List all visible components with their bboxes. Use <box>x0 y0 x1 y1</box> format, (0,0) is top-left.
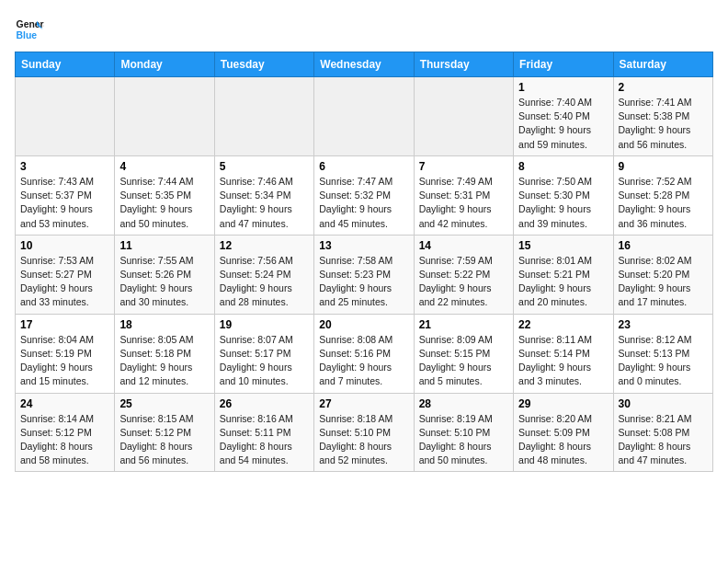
day-number: 19 <box>220 318 309 331</box>
day-info: Sunrise: 7:52 AMSunset: 5:28 PMDaylight:… <box>619 175 708 231</box>
logo: General Blue <box>15 15 44 44</box>
day-number: 4 <box>119 160 209 173</box>
day-info: Sunrise: 8:11 AMSunset: 5:14 PMDaylight:… <box>518 333 608 389</box>
day-cell <box>115 77 214 156</box>
day-number: 3 <box>20 160 109 173</box>
day-cell: 25Sunrise: 8:15 AMSunset: 5:12 PMDayligh… <box>115 393 214 472</box>
day-cell: 27Sunrise: 8:18 AMSunset: 5:10 PMDayligh… <box>314 393 414 472</box>
day-cell: 29Sunrise: 8:20 AMSunset: 5:09 PMDayligh… <box>514 393 613 472</box>
day-cell: 12Sunrise: 7:56 AMSunset: 5:24 PMDayligh… <box>214 235 313 314</box>
page-header: General Blue <box>15 15 713 44</box>
calendar-header-row: SundayMondayTuesdayWednesdayThursdayFrid… <box>16 52 713 77</box>
day-info: Sunrise: 7:43 AMSunset: 5:37 PMDaylight:… <box>20 175 109 231</box>
day-info: Sunrise: 8:20 AMSunset: 5:09 PMDaylight:… <box>518 412 608 468</box>
day-number: 18 <box>119 318 209 331</box>
day-cell: 26Sunrise: 8:16 AMSunset: 5:11 PMDayligh… <box>214 393 313 472</box>
day-cell: 20Sunrise: 8:08 AMSunset: 5:16 PMDayligh… <box>314 314 414 393</box>
day-info: Sunrise: 7:53 AMSunset: 5:27 PMDaylight:… <box>20 254 109 310</box>
day-number: 15 <box>518 239 608 252</box>
day-number: 2 <box>619 81 708 94</box>
day-info: Sunrise: 7:41 AMSunset: 5:38 PMDaylight:… <box>619 96 708 152</box>
day-cell: 3Sunrise: 7:43 AMSunset: 5:37 PMDaylight… <box>16 155 115 235</box>
day-info: Sunrise: 8:16 AMSunset: 5:11 PMDaylight:… <box>220 412 309 468</box>
day-number: 8 <box>518 160 608 173</box>
day-info: Sunrise: 8:04 AMSunset: 5:19 PMDaylight:… <box>20 333 109 389</box>
day-number: 7 <box>419 160 508 173</box>
col-header-sunday: Sunday <box>16 52 115 77</box>
logo-icon: General Blue <box>15 15 44 44</box>
day-info: Sunrise: 7:40 AMSunset: 5:40 PMDaylight:… <box>518 96 608 152</box>
day-info: Sunrise: 8:05 AMSunset: 5:18 PMDaylight:… <box>119 333 209 389</box>
day-cell: 4Sunrise: 7:44 AMSunset: 5:35 PMDaylight… <box>115 155 214 235</box>
day-number: 14 <box>419 239 508 252</box>
day-number: 16 <box>619 239 708 252</box>
day-number: 24 <box>20 397 109 410</box>
col-header-monday: Monday <box>115 52 214 77</box>
day-info: Sunrise: 8:21 AMSunset: 5:08 PMDaylight:… <box>619 412 708 468</box>
day-info: Sunrise: 8:14 AMSunset: 5:12 PMDaylight:… <box>20 412 109 468</box>
day-info: Sunrise: 8:02 AMSunset: 5:20 PMDaylight:… <box>619 254 708 310</box>
week-row-1: 3Sunrise: 7:43 AMSunset: 5:37 PMDaylight… <box>16 155 713 235</box>
day-info: Sunrise: 7:47 AMSunset: 5:32 PMDaylight:… <box>319 175 408 231</box>
day-number: 22 <box>518 318 608 331</box>
day-number: 11 <box>119 239 209 252</box>
day-number: 10 <box>20 239 109 252</box>
day-number: 21 <box>419 318 508 331</box>
day-cell: 15Sunrise: 8:01 AMSunset: 5:21 PMDayligh… <box>514 235 613 314</box>
day-info: Sunrise: 8:01 AMSunset: 5:21 PMDaylight:… <box>518 254 608 310</box>
day-info: Sunrise: 8:18 AMSunset: 5:10 PMDaylight:… <box>319 412 408 468</box>
day-number: 17 <box>20 318 109 331</box>
day-info: Sunrise: 7:55 AMSunset: 5:26 PMDaylight:… <box>119 254 209 310</box>
day-number: 27 <box>319 397 408 410</box>
day-cell: 28Sunrise: 8:19 AMSunset: 5:10 PMDayligh… <box>414 393 513 472</box>
day-cell: 10Sunrise: 7:53 AMSunset: 5:27 PMDayligh… <box>16 235 115 314</box>
day-info: Sunrise: 7:46 AMSunset: 5:34 PMDaylight:… <box>220 175 309 231</box>
day-number: 25 <box>119 397 209 410</box>
day-info: Sunrise: 7:59 AMSunset: 5:22 PMDaylight:… <box>419 254 508 310</box>
day-number: 23 <box>619 318 708 331</box>
day-cell: 6Sunrise: 7:47 AMSunset: 5:32 PMDaylight… <box>314 155 414 235</box>
day-info: Sunrise: 8:09 AMSunset: 5:15 PMDaylight:… <box>419 333 508 389</box>
day-number: 1 <box>518 81 608 94</box>
day-cell: 9Sunrise: 7:52 AMSunset: 5:28 PMDaylight… <box>613 155 712 235</box>
day-info: Sunrise: 8:19 AMSunset: 5:10 PMDaylight:… <box>419 412 508 468</box>
day-cell: 13Sunrise: 7:58 AMSunset: 5:23 PMDayligh… <box>314 235 414 314</box>
day-cell <box>414 77 513 156</box>
col-header-tuesday: Tuesday <box>214 52 313 77</box>
day-cell <box>314 77 414 156</box>
day-cell: 7Sunrise: 7:49 AMSunset: 5:31 PMDaylight… <box>414 155 513 235</box>
day-info: Sunrise: 7:49 AMSunset: 5:31 PMDaylight:… <box>419 175 508 231</box>
calendar-table: SundayMondayTuesdayWednesdayThursdayFrid… <box>15 52 713 472</box>
day-cell: 16Sunrise: 8:02 AMSunset: 5:20 PMDayligh… <box>613 235 712 314</box>
week-row-0: 1Sunrise: 7:40 AMSunset: 5:40 PMDaylight… <box>16 77 713 156</box>
day-number: 12 <box>220 239 309 252</box>
day-cell: 5Sunrise: 7:46 AMSunset: 5:34 PMDaylight… <box>214 155 313 235</box>
day-info: Sunrise: 8:08 AMSunset: 5:16 PMDaylight:… <box>319 333 408 389</box>
day-cell: 23Sunrise: 8:12 AMSunset: 5:13 PMDayligh… <box>613 314 712 393</box>
day-number: 13 <box>319 239 408 252</box>
day-number: 9 <box>619 160 708 173</box>
day-cell: 8Sunrise: 7:50 AMSunset: 5:30 PMDaylight… <box>514 155 613 235</box>
day-number: 28 <box>419 397 508 410</box>
svg-text:General: General <box>17 19 44 29</box>
col-header-thursday: Thursday <box>414 52 513 77</box>
day-number: 26 <box>220 397 309 410</box>
day-cell: 2Sunrise: 7:41 AMSunset: 5:38 PMDaylight… <box>613 77 712 156</box>
day-cell: 24Sunrise: 8:14 AMSunset: 5:12 PMDayligh… <box>16 393 115 472</box>
day-number: 6 <box>319 160 408 173</box>
col-header-friday: Friday <box>514 52 613 77</box>
day-cell: 19Sunrise: 8:07 AMSunset: 5:17 PMDayligh… <box>214 314 313 393</box>
day-cell <box>214 77 313 156</box>
day-info: Sunrise: 8:15 AMSunset: 5:12 PMDaylight:… <box>119 412 209 468</box>
week-row-3: 17Sunrise: 8:04 AMSunset: 5:19 PMDayligh… <box>16 314 713 393</box>
col-header-saturday: Saturday <box>613 52 712 77</box>
day-info: Sunrise: 8:12 AMSunset: 5:13 PMDaylight:… <box>619 333 708 389</box>
day-info: Sunrise: 7:50 AMSunset: 5:30 PMDaylight:… <box>518 175 608 231</box>
week-row-4: 24Sunrise: 8:14 AMSunset: 5:12 PMDayligh… <box>16 393 713 472</box>
day-cell: 17Sunrise: 8:04 AMSunset: 5:19 PMDayligh… <box>16 314 115 393</box>
day-number: 20 <box>319 318 408 331</box>
col-header-wednesday: Wednesday <box>314 52 414 77</box>
day-info: Sunrise: 8:07 AMSunset: 5:17 PMDaylight:… <box>220 333 309 389</box>
day-cell: 22Sunrise: 8:11 AMSunset: 5:14 PMDayligh… <box>514 314 613 393</box>
day-cell: 21Sunrise: 8:09 AMSunset: 5:15 PMDayligh… <box>414 314 513 393</box>
